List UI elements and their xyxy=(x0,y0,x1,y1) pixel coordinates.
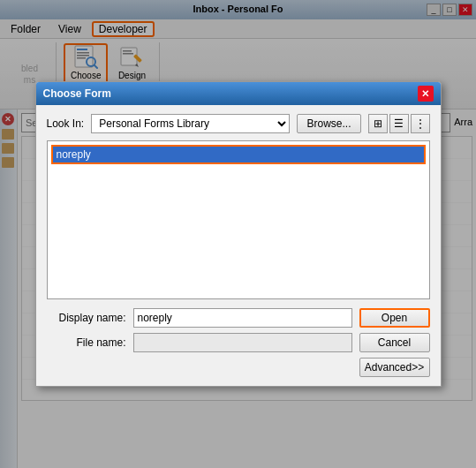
dialog-buttons: Open Cancel Advanced>> xyxy=(359,308,430,377)
display-name-row: Display name: xyxy=(47,308,352,328)
view-buttons: ⊞ ☰ ⋮ xyxy=(368,114,430,133)
view-list-button[interactable]: ☰ xyxy=(389,114,409,133)
view-large-icons-button[interactable]: ⊞ xyxy=(368,114,388,133)
open-button[interactable]: Open xyxy=(359,308,430,328)
browse-button[interactable]: Browse... xyxy=(297,114,360,133)
dialog-title: Choose Form xyxy=(43,87,111,100)
look-in-label: Look In: xyxy=(47,117,85,130)
forms-list[interactable]: noreply xyxy=(47,140,430,299)
form-item-noreply[interactable]: noreply xyxy=(51,145,426,164)
dialog-title-bar: Choose Form ✕ xyxy=(36,82,441,105)
dialog-body: Look In: Personal Forms Library Browse..… xyxy=(36,105,441,386)
choose-form-dialog: Choose Form ✕ Look In: Personal Forms Li… xyxy=(35,81,442,387)
advanced-button[interactable]: Advanced>> xyxy=(359,358,430,377)
look-in-select[interactable]: Personal Forms Library xyxy=(91,114,290,133)
fields-section: Display name: File name: xyxy=(47,308,352,358)
cancel-button[interactable]: Cancel xyxy=(359,333,430,352)
display-name-label: Display name: xyxy=(47,312,126,324)
display-name-input[interactable] xyxy=(133,308,352,328)
look-in-row: Look In: Personal Forms Library Browse..… xyxy=(47,114,430,133)
dialog-close-button[interactable]: ✕ xyxy=(418,86,434,102)
footer-section: Display name: File name: Open Cancel Adv… xyxy=(47,308,430,377)
view-details-button[interactable]: ⋮ xyxy=(411,114,430,133)
modal-overlay: Choose Form ✕ Look In: Personal Forms Li… xyxy=(0,0,476,468)
app-background: Inbox - Personal Fo _ □ ✕ Folder View De… xyxy=(0,0,476,468)
file-name-row: File name: xyxy=(47,333,352,352)
file-name-label: File name: xyxy=(47,336,126,349)
file-name-input xyxy=(133,333,352,352)
